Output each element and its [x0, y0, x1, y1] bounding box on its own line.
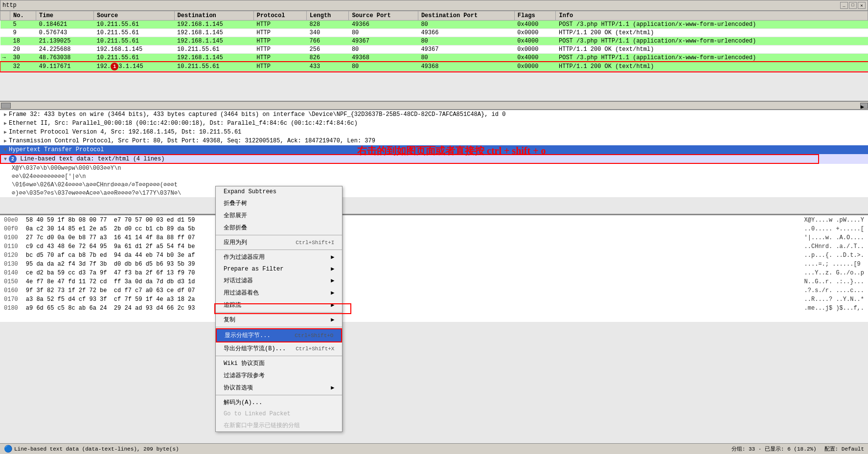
hex-bytes: 58 40 59 1f 8b 08 00 77 e7 70 57 00 03 e… [22, 215, 800, 322]
packet-destination: 10.211.55.61 [174, 62, 253, 71]
packet-time: 24.225688 [36, 45, 94, 54]
packet-no: 5 [10, 21, 36, 29]
status-config: 配置: Default [824, 445, 864, 453]
menu-item[interactable]: 作为过滤器应用▶ [216, 251, 342, 263]
badge-icon: 2 [9, 155, 17, 163]
packet-arrow [0, 62, 10, 71]
col-header-flags[interactable]: Flags [514, 11, 556, 21]
packet-dstPort: 49368 [418, 62, 514, 71]
packet-arrow [0, 37, 10, 45]
menu-item-label: 作为过滤器应用 [224, 253, 265, 261]
packet-info: POST /3.php HTTP/1.1 (application/x-www-… [556, 21, 868, 29]
menu-item-label: 解码为(A)... [224, 398, 262, 407]
menu-item-label: 追踪流 [224, 301, 241, 309]
menu-item[interactable]: 协议首选项▶ [216, 382, 342, 394]
packet-protocol: HTTP [253, 54, 306, 62]
packet-dstPort: 80 [418, 54, 514, 62]
packet-source: 10.211.55.61 [94, 29, 175, 37]
menu-item-label: 在新窗口中显示已链接的分组 [224, 421, 300, 430]
col-header-source[interactable]: Source [94, 11, 175, 21]
close-button[interactable]: ✕ [858, 2, 866, 9]
packet-info: POST /3.php HTTP/1.1 (application/x-www-… [556, 37, 868, 45]
menu-separator [216, 312, 342, 313]
packet-flags: 0x4000 [514, 21, 556, 29]
menu-item[interactable]: 全部展开 [216, 209, 342, 222]
packet-dstPort: 80 [418, 21, 514, 29]
detail-expand-icon: ▶ [4, 120, 7, 126]
col-header-destination[interactable]: Destination [174, 11, 253, 21]
minimize-button[interactable]: _ [840, 2, 848, 9]
menu-item-label: Wiki 协议页面 [224, 359, 265, 367]
detail-expand-icon: ▶ [4, 129, 7, 135]
packet-no: 9 [10, 29, 36, 37]
col-header-dstport[interactable]: Destination Port [418, 11, 514, 21]
menu-item[interactable]: 追踪流▶ [216, 299, 342, 311]
menu-item[interactable]: Expand Subtrees [216, 186, 342, 197]
col-header-no2[interactable]: No. [10, 11, 36, 21]
menu-separator [216, 250, 342, 250]
detail-row-0[interactable]: ▶ Frame 32: 433 bytes on wire (3464 bits… [0, 110, 868, 119]
status-right: 分组: 33 · 已显示: 6 (18.2%) 配置: Default [731, 445, 864, 453]
menu-item-label: Go to Linked Packet [224, 410, 291, 417]
menu-item[interactable]: 应用为列Ctrl+Shift+I [216, 236, 342, 249]
detail-row-1[interactable]: ▶ Ethernet II, Src: Parallel_00:00:18 (0… [0, 119, 868, 128]
menu-item[interactable]: 全部折叠 [216, 222, 342, 234]
packet-protocol: HTTP [253, 21, 306, 29]
detail-row-2[interactable]: ▶ Internet Protocol Version 4, Src: 192.… [0, 128, 868, 136]
menu-item-shortcut: Ctrl+Shift+X [296, 346, 334, 352]
menu-submenu-arrow: ▶ [331, 384, 334, 391]
packet-no: 30 [10, 54, 36, 62]
hex-area: 00e0 00f0 0100 0110 0120 0130 0140 0150 … [0, 214, 868, 322]
menu-item-label: 协议首选项 [224, 384, 253, 392]
packet-time: 0.576743 [36, 29, 94, 37]
menu-item[interactable]: Wiki 协议页面 [216, 357, 342, 369]
menu-item[interactable]: 用过滤器着色▶ [216, 287, 342, 299]
menu-separator [216, 395, 342, 395]
packet-protocol: HTTP [253, 37, 306, 45]
packet-time: 21.139025 [36, 37, 94, 45]
menu-item[interactable]: 解码为(A)... [216, 396, 342, 409]
col-header-srcport[interactable]: Source Port [349, 11, 418, 21]
col-header-time[interactable]: Time [36, 11, 94, 21]
detail-text: Internet Protocol Version 4, Src: 192.16… [9, 129, 241, 136]
title-bar-buttons: _ □ ✕ [840, 2, 866, 9]
detail-text: Ethernet II, Src: Parallel_00:00:18 (00:… [9, 120, 358, 127]
maximize-button[interactable]: □ [849, 2, 857, 9]
menu-item-shortcut: Ctrl+Shift+I [296, 240, 334, 246]
col-header-protocol[interactable]: Protocol [253, 11, 306, 21]
menu-item-label: 对话过滤器 [224, 276, 253, 285]
detail-expand-icon: ▶ [4, 138, 7, 144]
context-menu[interactable]: Expand Subtrees折叠子树全部展开全部折叠应用为列Ctrl+Shif… [215, 186, 343, 432]
col-header-info[interactable]: Info [556, 11, 868, 21]
packet-arrow [0, 45, 10, 54]
packet-destination: 192.168.1.145 [174, 54, 253, 62]
menu-item-label: 折叠子树 [224, 199, 247, 207]
status-text: Line-based text data (data-text-lines), … [14, 446, 179, 452]
detail-sub-3: ⊘)⊘⊘\035⊘?⊘s\037⊘w⊘⊘⊘Ac⊘⊘\a⊘⊘R⊘⊘⊘⊘?⊘\177… [0, 189, 868, 197]
menu-separator [216, 356, 342, 356]
col-header-length[interactable]: Length [307, 11, 349, 21]
col-header-no[interactable] [0, 11, 10, 21]
packet-arrow: → [0, 54, 10, 62]
menu-item[interactable]: 对话过滤器▶ [216, 274, 342, 287]
detail-text: Frame 32: 433 bytes on wire (3464 bits),… [9, 111, 505, 118]
menu-item[interactable]: 折叠子树 [216, 197, 342, 209]
menu-submenu-arrow: ▶ [331, 301, 334, 309]
packet-source: 10.211.55.61 [94, 37, 175, 45]
menu-item-label: 复制 [224, 316, 235, 324]
menu-item[interactable]: 导出分组字节流(B)...Ctrl+Shift+X [216, 342, 342, 355]
hex-dump-container: 00e0 00f0 0100 0110 0120 0130 0140 0150 … [0, 214, 868, 322]
menu-item[interactable]: 过滤器字段参考 [216, 369, 342, 382]
menu-item[interactable]: Prepare as Filter▶ [216, 263, 342, 274]
menu-item[interactable]: 显示分组字节...Ctrl+Shift+O [216, 328, 342, 342]
packet-protocol: HTTP [253, 29, 306, 37]
packet-flags: 0x0000 [514, 45, 556, 54]
packet-source: 10.211.55.61 [94, 54, 175, 62]
menu-item[interactable]: 复制▶ [216, 314, 342, 326]
detail-sub-1: ⊘⊘\024⊘⊘⊘⊘⊘⊘⊘⊘⊘['|⊘\n [0, 172, 868, 181]
menu-item-label: 应用为列 [224, 238, 247, 247]
detail-sub-0: X@Y\037⊘\b\000w⊘pw\000\003⊘⊘Y\n [0, 164, 868, 172]
menu-submenu-arrow: ▶ [331, 316, 334, 323]
horizontal-scrollbar[interactable]: ▶ [0, 101, 868, 109]
detail-expand-icon: ▼ [4, 157, 7, 162]
